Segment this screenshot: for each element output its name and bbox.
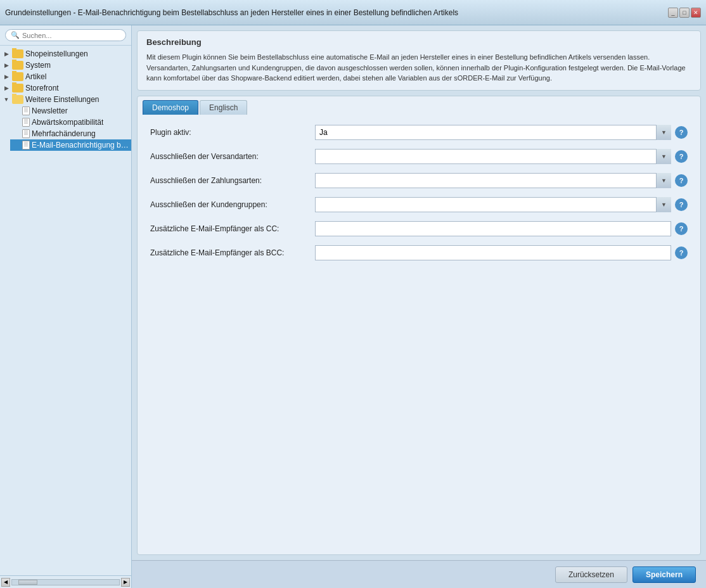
sidebar: 🔍 ▶ Shopeinstellungen ▶ System ▶ Artik xyxy=(0,25,132,588)
right-content: Beschreibung Mit diesem Plugin können Si… xyxy=(132,25,706,588)
scroll-left-button[interactable]: ◀ xyxy=(1,578,10,587)
search-icon: 🔍 xyxy=(11,31,20,39)
tree-area: ▶ Shopeinstellungen ▶ System ▶ Artikel ▶… xyxy=(0,46,131,575)
maximize-button[interactable]: □ xyxy=(679,8,690,18)
form-panel: Demoshop Englisch Plugin aktiv: Ja Nein xyxy=(137,96,701,556)
help-button-zahlungsarten[interactable]: ? xyxy=(675,174,688,187)
sidebar-item-weitere-einstellungen[interactable]: ▼ Weitere Einstellungen xyxy=(0,94,131,105)
sidebar-item-storefront[interactable]: ▶ Storefront xyxy=(0,82,131,94)
sidebar-item-label: Storefront xyxy=(25,84,59,93)
tab-demoshop[interactable]: Demoshop xyxy=(143,100,198,115)
minimize-button[interactable]: _ xyxy=(668,8,678,18)
scroll-right-button[interactable]: ▶ xyxy=(121,578,130,587)
sidebar-item-mehrfachaenderung[interactable]: Mehrfachänderung xyxy=(10,128,131,139)
label-kundengruppen: Ausschließen der Kundengruppen: xyxy=(150,200,315,209)
form-row-bcc: Zusätzliche E-Mail-Empfänger als BCC: ? xyxy=(150,245,688,260)
sidebar-item-label: Shopeinstellungen xyxy=(25,49,88,58)
input-area-zahlungsarten: ▼ ? xyxy=(315,173,688,188)
search-input[interactable] xyxy=(22,32,120,39)
description-title: Beschreibung xyxy=(146,37,691,47)
folder-icon xyxy=(12,84,23,93)
sidebar-item-label: Artikel xyxy=(25,72,46,81)
folder-open-icon xyxy=(12,95,23,104)
save-button[interactable]: Speichern xyxy=(632,566,696,583)
sidebar-item-artikel[interactable]: ▶ Artikel xyxy=(0,71,131,82)
sidebar-item-label: Abwärtskompatibilität xyxy=(32,118,103,127)
form-row-zahlungsarten: Ausschließen der Zahlungsarten: ▼ ? xyxy=(150,173,688,188)
tab-englisch[interactable]: Englisch xyxy=(200,100,247,115)
label-versandarten: Ausschließen der Versandarten: xyxy=(150,152,315,161)
toggle-icon: ▶ xyxy=(3,50,10,58)
toggle-icon: ▶ xyxy=(3,84,10,92)
window-controls: _ □ ✕ xyxy=(668,8,701,18)
main-layout: 🔍 ▶ Shopeinstellungen ▶ System ▶ Artik xyxy=(0,25,706,588)
toggle-icon: ▶ xyxy=(3,61,10,69)
input-area-cc: ? xyxy=(315,221,688,236)
file-icon xyxy=(22,118,30,127)
toggle-icon: ▶ xyxy=(3,73,10,80)
title-bar: Grundeinstellungen - E-Mail-Benachrichti… xyxy=(0,0,706,25)
toggle-spacer xyxy=(13,141,20,149)
form-row-versandarten: Ausschließen der Versandarten: ▼ ? xyxy=(150,149,688,164)
input-area-bcc: ? xyxy=(315,245,688,260)
sidebar-item-abwaertskompatibilitaet[interactable]: Abwärtskompatibilität xyxy=(10,117,131,128)
input-bcc[interactable] xyxy=(315,245,671,260)
sidebar-item-label: Mehrfachänderung xyxy=(32,129,96,138)
file-icon xyxy=(22,106,30,115)
select-wrapper-versandarten: ▼ xyxy=(315,149,671,164)
help-button-plugin-aktiv[interactable]: ? xyxy=(675,126,688,139)
sidebar-scrollbar: ◀ ▶ xyxy=(0,575,131,588)
sidebar-item-shopeinstellungen[interactable]: ▶ Shopeinstellungen xyxy=(0,48,131,60)
help-button-bcc[interactable]: ? xyxy=(675,246,688,259)
scrollbar-thumb[interactable] xyxy=(18,580,37,585)
select-wrapper-plugin-aktiv: Ja Nein ▼ xyxy=(315,125,671,140)
folder-icon xyxy=(12,49,23,58)
select-kundengruppen[interactable] xyxy=(315,197,671,212)
search-box: 🔍 xyxy=(0,25,131,46)
help-button-cc[interactable]: ? xyxy=(675,222,688,235)
select-versandarten[interactable] xyxy=(315,149,671,164)
label-bcc: Zusätzliche E-Mail-Empfänger als BCC: xyxy=(150,248,315,257)
form-row-cc: Zusätzliche E-Mail-Empfänger als CC: ? xyxy=(150,221,688,236)
sidebar-item-label: System xyxy=(25,61,51,70)
input-area-plugin-aktiv: Ja Nein ▼ ? xyxy=(315,125,688,140)
content-area: Beschreibung Mit diesem Plugin können Si… xyxy=(132,25,706,560)
sidebar-item-email-benachrichtigung[interactable]: E-Mail-Benachrichtigung beim B xyxy=(10,139,131,151)
sidebar-item-label: Weitere Einstellungen xyxy=(25,95,99,104)
file-icon xyxy=(22,129,30,138)
help-button-versandarten[interactable]: ? xyxy=(675,150,688,163)
search-wrapper: 🔍 xyxy=(5,29,126,41)
toggle-spacer xyxy=(13,130,20,137)
close-button[interactable]: ✕ xyxy=(691,8,701,18)
toggle-spacer xyxy=(13,107,20,115)
folder-icon xyxy=(12,72,23,81)
description-panel: Beschreibung Mit diesem Plugin können Si… xyxy=(137,30,701,91)
label-zahlungsarten: Ausschließen der Zahlungsarten: xyxy=(150,176,315,185)
input-cc[interactable] xyxy=(315,221,671,236)
sidebar-item-label: Newsletter xyxy=(32,106,68,115)
input-area-kundengruppen: ▼ ? xyxy=(315,197,688,212)
select-wrapper-kundengruppen: ▼ xyxy=(315,197,671,212)
input-area-versandarten: ▼ ? xyxy=(315,149,688,164)
form-row-plugin-aktiv: Plugin aktiv: Ja Nein ▼ ? xyxy=(150,125,688,140)
description-text: Mit diesem Plugin können Sie beim Bestel… xyxy=(146,52,691,84)
sidebar-item-label: E-Mail-Benachrichtigung beim B xyxy=(32,141,129,150)
file-icon xyxy=(22,141,30,150)
scrollbar-track xyxy=(11,579,120,585)
select-zahlungsarten[interactable] xyxy=(315,173,671,188)
window-title: Grundeinstellungen - E-Mail-Benachrichti… xyxy=(5,8,668,17)
reset-button[interactable]: Zurücksetzen xyxy=(555,566,627,583)
tabs-row: Demoshop Englisch xyxy=(138,96,700,115)
folder-icon xyxy=(12,61,23,70)
bottom-bar: Zurücksetzen Speichern xyxy=(132,560,706,588)
select-plugin-aktiv[interactable]: Ja Nein xyxy=(315,125,671,140)
sidebar-item-system[interactable]: ▶ System xyxy=(0,60,131,71)
label-cc: Zusätzliche E-Mail-Empfänger als CC: xyxy=(150,224,315,233)
select-wrapper-zahlungsarten: ▼ xyxy=(315,173,671,188)
toggle-icon: ▼ xyxy=(3,96,10,103)
toggle-spacer xyxy=(13,118,20,126)
form-row-kundengruppen: Ausschließen der Kundengruppen: ▼ ? xyxy=(150,197,688,212)
sidebar-item-newsletter[interactable]: Newsletter xyxy=(10,105,131,117)
form-content: Plugin aktiv: Ja Nein ▼ ? xyxy=(138,115,700,279)
help-button-kundengruppen[interactable]: ? xyxy=(675,198,688,211)
